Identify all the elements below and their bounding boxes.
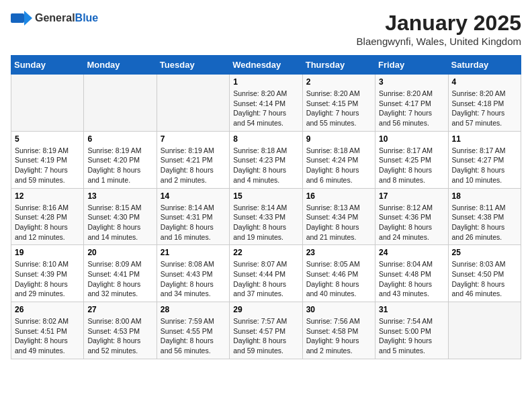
day-number: 31 — [379, 305, 444, 314]
calendar-cell: 20Sunrise: 8:09 AM Sunset: 4:41 PM Dayli… — [84, 245, 157, 302]
calendar-cell: 17Sunrise: 8:12 AM Sunset: 4:36 PM Dayli… — [375, 188, 448, 245]
calendar-day-header: Saturday — [448, 56, 521, 75]
svg-rect-0 — [11, 13, 24, 23]
day-info: Sunrise: 7:54 AM Sunset: 5:00 PM Dayligh… — [379, 316, 444, 356]
calendar-week-row: 5Sunrise: 8:19 AM Sunset: 4:19 PM Daylig… — [11, 131, 521, 188]
day-number: 15 — [233, 191, 298, 201]
calendar-cell: 24Sunrise: 8:04 AM Sunset: 4:48 PM Dayli… — [375, 245, 448, 302]
day-info: Sunrise: 8:12 AM Sunset: 4:36 PM Dayligh… — [379, 203, 444, 242]
calendar-cell: 16Sunrise: 8:13 AM Sunset: 4:34 PM Dayli… — [302, 188, 375, 245]
day-number: 6 — [87, 134, 152, 144]
page-header: GeneralBlue January 2025 Blaengwynfi, Wa… — [11, 11, 521, 47]
day-number: 24 — [379, 248, 444, 257]
day-number: 1 — [233, 77, 298, 87]
day-number: 19 — [15, 248, 80, 257]
calendar-cell: 5Sunrise: 8:19 AM Sunset: 4:19 PM Daylig… — [11, 131, 84, 188]
day-number: 14 — [161, 191, 226, 201]
calendar-cell: 27Sunrise: 8:00 AM Sunset: 4:53 PM Dayli… — [84, 302, 157, 359]
day-number: 3 — [379, 77, 444, 87]
day-info: Sunrise: 8:16 AM Sunset: 4:28 PM Dayligh… — [15, 203, 80, 242]
day-info: Sunrise: 8:20 AM Sunset: 4:14 PM Dayligh… — [233, 89, 298, 128]
day-info: Sunrise: 8:11 AM Sunset: 4:38 PM Dayligh… — [452, 203, 517, 242]
calendar-day-header: Friday — [375, 56, 448, 75]
day-info: Sunrise: 8:18 AM Sunset: 4:24 PM Dayligh… — [306, 146, 371, 185]
day-info: Sunrise: 8:00 AM Sunset: 4:53 PM Dayligh… — [87, 316, 152, 356]
logo-icon — [11, 11, 32, 26]
day-info: Sunrise: 8:09 AM Sunset: 4:41 PM Dayligh… — [87, 259, 152, 299]
calendar-cell: 12Sunrise: 8:16 AM Sunset: 4:28 PM Dayli… — [11, 188, 84, 245]
calendar-cell: 8Sunrise: 8:18 AM Sunset: 4:23 PM Daylig… — [230, 131, 302, 188]
calendar-cell: 10Sunrise: 8:17 AM Sunset: 4:25 PM Dayli… — [375, 131, 448, 188]
calendar-header: SundayMondayTuesdayWednesdayThursdayFrid… — [11, 56, 521, 75]
day-info: Sunrise: 8:19 AM Sunset: 4:21 PM Dayligh… — [161, 146, 226, 185]
calendar-cell: 1Sunrise: 8:20 AM Sunset: 4:14 PM Daylig… — [230, 75, 302, 132]
day-info: Sunrise: 8:03 AM Sunset: 4:50 PM Dayligh… — [452, 259, 517, 299]
day-number: 13 — [87, 191, 152, 201]
calendar-cell: 29Sunrise: 7:57 AM Sunset: 4:57 PM Dayli… — [230, 302, 302, 359]
calendar-cell: 21Sunrise: 8:08 AM Sunset: 4:43 PM Dayli… — [157, 245, 229, 302]
day-info: Sunrise: 8:20 AM Sunset: 4:18 PM Dayligh… — [452, 89, 517, 128]
day-info: Sunrise: 8:18 AM Sunset: 4:23 PM Dayligh… — [233, 146, 298, 185]
day-number: 9 — [306, 134, 371, 144]
calendar-cell: 11Sunrise: 8:17 AM Sunset: 4:27 PM Dayli… — [448, 131, 521, 188]
calendar-cell: 22Sunrise: 8:07 AM Sunset: 4:44 PM Dayli… — [230, 245, 302, 302]
day-number: 8 — [233, 134, 298, 144]
day-info: Sunrise: 8:17 AM Sunset: 4:27 PM Dayligh… — [452, 146, 517, 185]
day-number: 12 — [15, 191, 80, 201]
calendar-week-row: 12Sunrise: 8:16 AM Sunset: 4:28 PM Dayli… — [11, 188, 521, 245]
day-info: Sunrise: 8:05 AM Sunset: 4:46 PM Dayligh… — [306, 259, 371, 299]
day-number: 5 — [15, 134, 80, 144]
day-info: Sunrise: 7:57 AM Sunset: 4:57 PM Dayligh… — [233, 316, 298, 356]
calendar-cell: 6Sunrise: 8:19 AM Sunset: 4:20 PM Daylig… — [84, 131, 157, 188]
calendar-day-header: Thursday — [302, 56, 375, 75]
svg-marker-1 — [24, 11, 32, 26]
calendar-cell: 15Sunrise: 8:14 AM Sunset: 4:33 PM Dayli… — [230, 188, 302, 245]
day-number: 11 — [452, 134, 517, 144]
day-number: 20 — [87, 248, 152, 257]
day-info: Sunrise: 8:14 AM Sunset: 4:31 PM Dayligh… — [161, 203, 226, 242]
calendar-week-row: 19Sunrise: 8:10 AM Sunset: 4:39 PM Dayli… — [11, 245, 521, 302]
day-number: 2 — [306, 77, 371, 87]
calendar-cell: 9Sunrise: 8:18 AM Sunset: 4:24 PM Daylig… — [302, 131, 375, 188]
day-number: 29 — [233, 305, 298, 314]
logo-general: General — [35, 12, 75, 24]
calendar-cell: 26Sunrise: 8:02 AM Sunset: 4:51 PM Dayli… — [11, 302, 84, 359]
day-number: 25 — [452, 248, 517, 257]
calendar-week-row: 1Sunrise: 8:20 AM Sunset: 4:14 PM Daylig… — [11, 75, 521, 132]
month-title: January 2025 — [357, 11, 521, 36]
day-number: 4 — [452, 77, 517, 87]
day-number: 21 — [161, 248, 226, 257]
calendar-cell — [448, 302, 521, 359]
day-info: Sunrise: 8:17 AM Sunset: 4:25 PM Dayligh… — [379, 146, 444, 185]
day-info: Sunrise: 8:15 AM Sunset: 4:30 PM Dayligh… — [87, 203, 152, 242]
day-info: Sunrise: 8:02 AM Sunset: 4:51 PM Dayligh… — [15, 316, 80, 356]
calendar-day-header: Tuesday — [157, 56, 229, 75]
calendar-cell: 25Sunrise: 8:03 AM Sunset: 4:50 PM Dayli… — [448, 245, 521, 302]
calendar-cell: 23Sunrise: 8:05 AM Sunset: 4:46 PM Dayli… — [302, 245, 375, 302]
logo-blue: Blue — [75, 12, 99, 24]
day-number: 16 — [306, 191, 371, 201]
day-number: 28 — [161, 305, 226, 314]
calendar-cell: 19Sunrise: 8:10 AM Sunset: 4:39 PM Dayli… — [11, 245, 84, 302]
calendar-cell: 2Sunrise: 8:20 AM Sunset: 4:15 PM Daylig… — [302, 75, 375, 132]
calendar-cell: 4Sunrise: 8:20 AM Sunset: 4:18 PM Daylig… — [448, 75, 521, 132]
day-number: 18 — [452, 191, 517, 201]
day-info: Sunrise: 8:19 AM Sunset: 4:19 PM Dayligh… — [15, 146, 80, 185]
day-number: 26 — [15, 305, 80, 314]
calendar-cell — [84, 75, 157, 132]
day-info: Sunrise: 8:19 AM Sunset: 4:20 PM Dayligh… — [87, 146, 152, 185]
day-number: 7 — [161, 134, 226, 144]
calendar-cell: 18Sunrise: 8:11 AM Sunset: 4:38 PM Dayli… — [448, 188, 521, 245]
title-block: January 2025 Blaengwynfi, Wales, United … — [357, 11, 521, 47]
logo: GeneralBlue — [11, 11, 98, 26]
calendar-day-header: Monday — [84, 56, 157, 75]
calendar-cell: 14Sunrise: 8:14 AM Sunset: 4:31 PM Dayli… — [157, 188, 229, 245]
calendar-cell: 7Sunrise: 8:19 AM Sunset: 4:21 PM Daylig… — [157, 131, 229, 188]
day-info: Sunrise: 8:20 AM Sunset: 4:15 PM Dayligh… — [306, 89, 371, 128]
day-number: 10 — [379, 134, 444, 144]
calendar-cell: 28Sunrise: 7:59 AM Sunset: 4:55 PM Dayli… — [157, 302, 229, 359]
calendar-cell — [11, 75, 84, 132]
day-info: Sunrise: 8:04 AM Sunset: 4:48 PM Dayligh… — [379, 259, 444, 299]
calendar-cell: 31Sunrise: 7:54 AM Sunset: 5:00 PM Dayli… — [375, 302, 448, 359]
day-number: 30 — [306, 305, 371, 314]
